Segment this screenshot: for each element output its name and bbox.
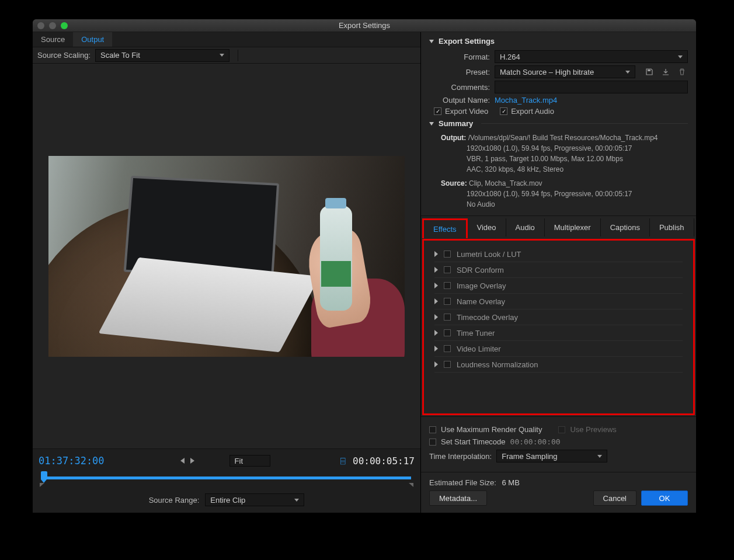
zoom-dropdown[interactable]: Fit [229, 455, 270, 467]
effect-row[interactable]: Timecode Overlay [434, 309, 683, 325]
effect-checkbox[interactable] [444, 345, 451, 352]
effect-checkbox[interactable] [444, 282, 451, 289]
export-settings-header[interactable]: Export Settings [429, 37, 688, 46]
tab-multiplexer[interactable]: Multiplexer [545, 218, 601, 236]
metadata-button[interactable]: Metadata... [429, 491, 487, 506]
delete-preset-icon[interactable] [676, 67, 688, 77]
step-forward-icon[interactable] [190, 458, 194, 464]
effect-row[interactable]: Name Overlay [434, 294, 683, 309]
effect-row[interactable]: SDR Conform [434, 262, 683, 278]
interp-dropdown[interactable]: Frame Sampling [496, 450, 607, 462]
effect-checkbox[interactable] [444, 266, 451, 273]
summary-header[interactable]: Summary [429, 119, 688, 128]
window-title: Export Settings [33, 21, 696, 30]
tab-source[interactable]: Source [33, 32, 73, 47]
interp-value: Frame Sampling [502, 452, 557, 461]
titlebar: Export Settings [33, 19, 696, 32]
effects-highlight: Lumetri Look / LUT SDR Conform Image Ove… [422, 239, 695, 415]
range-value: Entire Clip [210, 496, 245, 505]
tab-captions[interactable]: Captions [601, 218, 650, 236]
set-start-checkbox[interactable] [429, 439, 436, 446]
effect-row[interactable]: Time Tuner [434, 325, 683, 341]
video-preview [48, 156, 405, 357]
disclosure-icon [434, 298, 438, 304]
disclosure-icon [434, 330, 438, 336]
format-value: H.264 [500, 53, 520, 61]
bottom-options: Use Maximum Render Quality Use Previews … [421, 416, 696, 472]
timecode-in[interactable]: 01:37:32:00 [39, 455, 105, 467]
cancel-button[interactable]: Cancel [593, 491, 636, 506]
format-dropdown[interactable]: H.264 [495, 50, 688, 63]
playhead-icon[interactable] [41, 471, 47, 479]
effect-row[interactable]: Video Limiter [434, 341, 683, 357]
tab-effects[interactable]: Effects [422, 218, 468, 238]
est-size-label: Estimated File Size: [429, 478, 496, 487]
export-audio-checkbox[interactable] [500, 107, 507, 115]
effects-list: Lumetri Look / LUT SDR Conform Image Ove… [424, 241, 693, 374]
preview-tabs: Source Output [33, 32, 420, 47]
start-timecode-value[interactable]: 00:00:00:00 [510, 437, 561, 446]
est-size-value: 6 MB [502, 478, 520, 487]
chevron-down-icon [294, 499, 299, 502]
effect-checkbox[interactable] [444, 251, 451, 258]
settings-panel: Export Settings Format: H.264 Preset: Ma… [421, 32, 696, 513]
disclosure-icon [434, 346, 438, 352]
range-label: Source Range: [149, 496, 200, 505]
step-back-icon[interactable] [180, 458, 185, 464]
disclosure-icon [434, 314, 438, 320]
tab-publish[interactable]: Publish [650, 218, 694, 236]
zoom-value: Fit [235, 457, 243, 465]
max-render-label: Use Maximum Render Quality [441, 425, 542, 434]
tab-video[interactable]: Video [468, 218, 506, 236]
tab-output[interactable]: Output [73, 32, 112, 47]
preview-area[interactable] [33, 64, 420, 448]
disclosure-icon [434, 251, 438, 257]
svg-rect-0 [648, 69, 650, 71]
import-preset-icon[interactable] [660, 67, 672, 77]
effect-checkbox[interactable] [444, 329, 451, 336]
export-video-label: Export Video [445, 107, 488, 116]
comments-input[interactable] [495, 81, 688, 93]
settings-subpanel: Effects Video Audio Multiplexer Captions… [421, 216, 696, 416]
timeline-controls: 01:37:32:00 Fit ⌸ 00:00:05:17 [33, 448, 420, 513]
export-video-checkbox[interactable] [434, 107, 441, 115]
disclosure-icon [434, 283, 438, 288]
out-point-icon[interactable] [409, 483, 413, 487]
save-preset-icon[interactable] [643, 67, 655, 77]
timecode-out[interactable]: 00:00:05:17 [353, 455, 415, 467]
chevron-down-icon [597, 455, 602, 458]
range-dropdown[interactable]: Entire Clip [205, 493, 304, 506]
set-start-label: Set Start Timecode [441, 437, 506, 446]
disclosure-icon [434, 361, 438, 367]
max-render-checkbox[interactable] [429, 426, 436, 433]
scaling-label: Source Scaling: [37, 51, 91, 60]
ok-button[interactable]: OK [641, 491, 688, 506]
output-name-label: Output Name: [429, 96, 490, 105]
preset-dropdown[interactable]: Match Source – High bitrate [495, 65, 635, 78]
timeline-track[interactable] [39, 471, 415, 484]
disclosure-triangle-icon [429, 40, 434, 43]
comments-label: Comments: [429, 83, 490, 92]
in-point-icon[interactable] [40, 483, 44, 487]
tab-audio[interactable]: Audio [506, 218, 545, 236]
output-name-link[interactable]: Mocha_Track.mp4 [495, 96, 557, 105]
scaling-dropdown[interactable]: Scale To Fit [95, 49, 229, 62]
chevron-down-icon [220, 54, 224, 57]
effect-checkbox[interactable] [444, 361, 451, 368]
effect-checkbox[interactable] [444, 314, 451, 321]
use-previews-checkbox [558, 426, 565, 433]
effect-checkbox[interactable] [444, 298, 451, 305]
effect-row[interactable]: Loudness Normalization [434, 357, 683, 373]
preview-panel: Source Output Source Scaling: Scale To F… [33, 32, 421, 513]
export-settings-window: Export Settings Source Output Source Sca… [33, 19, 696, 513]
effect-row[interactable]: Lumetri Look / LUT [434, 246, 683, 262]
effect-row[interactable]: Image Overlay [434, 278, 683, 294]
preset-label: Preset: [429, 68, 490, 76]
chevron-down-icon [678, 55, 683, 58]
scaling-row: Source Scaling: Scale To Fit [33, 47, 420, 64]
scaling-value: Scale To Fit [100, 51, 140, 60]
aspect-correction-icon[interactable]: ⌸ [340, 456, 345, 465]
dialog-footer: Metadata... Cancel OK [421, 487, 696, 513]
export-audio-label: Export Audio [511, 107, 554, 116]
interp-label: Time Interpolation: [429, 452, 492, 461]
